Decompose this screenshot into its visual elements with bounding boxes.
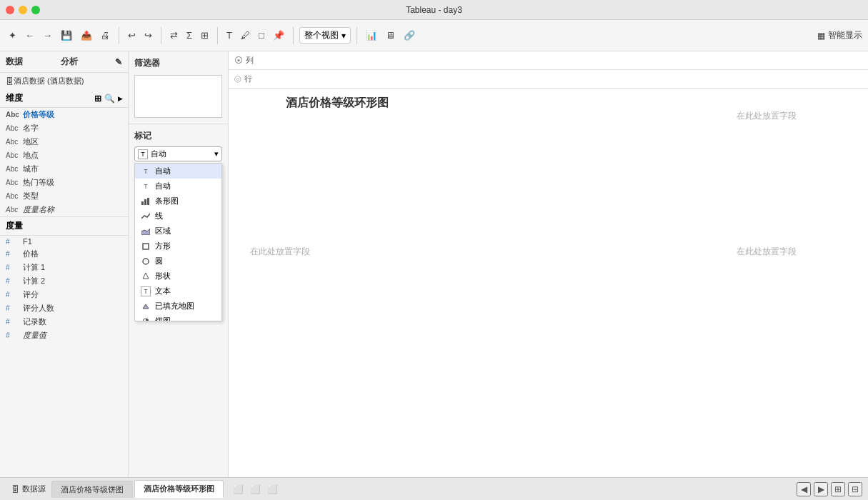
svg-rect-1 — [144, 199, 146, 205]
measure-label: 度量 — [6, 220, 23, 232]
drop-zone-right: 在此处放置字段 — [737, 246, 797, 258]
marks-label: 标记 — [131, 127, 225, 145]
dropdown-item-auto1[interactable]: T 自动 — [135, 164, 221, 179]
grid-view-icon[interactable]: ⊞ — [831, 482, 845, 496]
toolbar-device[interactable]: 🖥 — [383, 29, 398, 42]
toolbar-share[interactable]: 🔗 — [401, 29, 418, 42]
grid-icon[interactable]: ⊞ — [94, 94, 101, 104]
dropdown-item-line[interactable]: 线 — [135, 209, 221, 224]
nav-left[interactable]: ◀ — [797, 482, 811, 496]
field-name: 计算 2 — [23, 276, 45, 286]
data-source-name: 酒店数据 (酒店数据) — [14, 76, 84, 86]
field-type-icon: # — [6, 331, 20, 339]
toolbar-back[interactable]: ← — [22, 29, 37, 42]
dropdown-item-area[interactable]: 区域 — [135, 224, 221, 239]
toolbar-forward[interactable]: → — [40, 29, 55, 42]
filter-label: 筛选器 — [131, 54, 225, 72]
field-region[interactable]: Abc 地区 — [0, 135, 128, 149]
field-type-icon: # — [6, 291, 20, 299]
field-type-icon: Abc — [6, 111, 20, 119]
minimize-button[interactable] — [19, 6, 27, 14]
more-icon[interactable]: ▸ — [118, 94, 122, 104]
toolbar-undo[interactable]: ↩ — [125, 29, 139, 42]
measure-calc2[interactable]: # 计算 2 — [0, 274, 128, 288]
field-name: 热门等级 — [23, 177, 54, 188]
measure-price[interactable]: # 价格 — [0, 247, 128, 261]
tab-pie[interactable]: 酒店价格等级饼图 — [51, 481, 133, 498]
toolbar-export[interactable]: 📤 — [78, 29, 95, 42]
search-icon[interactable]: 🔍 — [104, 94, 115, 104]
dropdown-item-circle[interactable]: 圆 — [135, 254, 221, 269]
sep4 — [293, 27, 294, 44]
field-type-item[interactable]: Abc 类型 — [0, 189, 128, 203]
right-panel: ⦿ 列 ⦾ 行 酒店价格等级环形图 在此处放置字段 在此处放置字段 在此处放置字… — [229, 51, 868, 477]
bottom-bar: 🗄 数据源 酒店价格等级饼图 酒店价格等级环形图 ⬜ ⬜ ⬜ ◀ ▶ ⊞ ⊟ — [0, 477, 868, 500]
toolbar-label[interactable]: T — [224, 29, 235, 42]
toolbar-save[interactable]: 💾 — [58, 29, 75, 42]
field-location[interactable]: Abc 地点 — [0, 149, 128, 162]
dropdown-item-label: 方形 — [155, 241, 171, 251]
pie-icon — [141, 316, 151, 321]
toolbar-tooltip[interactable]: □ — [256, 29, 267, 42]
drop-zone-top: 在此处放置字段 — [737, 110, 797, 122]
marks-type-dropdown[interactable]: T 自动 ▾ — [134, 146, 222, 161]
dropdown-item-square[interactable]: 方形 — [135, 239, 221, 254]
data-label: 数据 — [6, 56, 23, 68]
tab-donut[interactable]: 酒店价格等级环形图 — [134, 480, 224, 498]
close-button[interactable] — [6, 6, 14, 14]
tab-action-1[interactable]: ⬜ — [231, 482, 245, 496]
toolbar-chart[interactable]: 📊 — [363, 29, 380, 42]
dropdown-item-shape[interactable]: 形状 — [135, 269, 221, 284]
tab-action-2[interactable]: ⬜ — [248, 482, 262, 496]
measure-calc1[interactable]: # 计算 1 — [0, 261, 128, 274]
toolbar-print[interactable]: 🖨 — [98, 29, 113, 42]
data-source-tab[interactable]: 🗄 数据源 — [6, 481, 51, 497]
sep3 — [217, 27, 218, 44]
sep1 — [119, 27, 119, 44]
dropdown-item-label: 条形图 — [155, 196, 179, 206]
tab-action-3[interactable]: ⬜ — [265, 482, 279, 496]
toolbar-redo[interactable]: ↪ — [141, 29, 155, 42]
dropdown-item-text[interactable]: T 文本 — [135, 284, 221, 299]
measure-record-count[interactable]: # 记录数 — [0, 315, 128, 329]
field-measure-name[interactable]: Abc 度量名称 — [0, 203, 128, 216]
edit-icon[interactable]: ✎ — [115, 57, 122, 67]
dimensions-label: 维度 — [6, 92, 23, 104]
toolbar-group[interactable]: ⊞ — [198, 29, 211, 42]
dropdown-item-auto2[interactable]: T 自动 — [135, 179, 221, 194]
field-name-item[interactable]: Abc 名字 — [0, 121, 128, 135]
field-name: 城市 — [23, 164, 39, 174]
maximize-button[interactable] — [31, 6, 40, 14]
view-selector-label: 整个视图 — [304, 29, 339, 41]
field-type-icon: Abc — [6, 165, 20, 173]
dropdown-item-map[interactable]: 已填充地图 — [135, 299, 221, 314]
field-price-level[interactable]: Abc 价格等级 — [0, 108, 128, 121]
fit-icon[interactable]: ⊟ — [848, 482, 862, 496]
toolbar-swap[interactable]: ⇄ — [167, 29, 181, 42]
nav-right[interactable]: ▶ — [814, 482, 828, 496]
toolbar-new[interactable]: ✦ — [6, 29, 19, 42]
field-hot-level[interactable]: Abc 热门等级 — [0, 176, 128, 189]
measure-value[interactable]: # 度量值 — [0, 329, 128, 342]
data-source-item[interactable]: 🗄 酒店数据 (酒店数据) — [0, 73, 128, 89]
view-selector[interactable]: 整个视图 ▾ — [299, 27, 351, 44]
toolbar-pin[interactable]: 📌 — [270, 29, 287, 42]
field-type-icon: # — [6, 304, 20, 312]
shape-icon — [141, 271, 151, 281]
field-city[interactable]: Abc 城市 — [0, 162, 128, 176]
field-type-icon: # — [6, 238, 20, 246]
dropdown-item-pie[interactable]: 饼图 — [135, 314, 221, 321]
field-name: 名字 — [23, 123, 39, 134]
dropdown-item-label: 饼图 — [155, 316, 171, 321]
dropdown-item-bar[interactable]: 条形图 — [135, 194, 221, 209]
auto-icon: T — [141, 166, 151, 176]
field-name: 地点 — [23, 150, 39, 161]
dropdown-scroll: T 自动 T 自动 条形图 — [135, 164, 221, 321]
measure-f1[interactable]: # F1 — [0, 236, 128, 247]
measure-rating[interactable]: # 评分 — [0, 288, 128, 301]
toolbar-agg[interactable]: Σ — [184, 29, 195, 42]
measure-rating-count[interactable]: # 评分人数 — [0, 301, 128, 315]
marks-type-icon: T — [138, 149, 148, 159]
dropdown-item-label: 圆 — [155, 256, 163, 266]
toolbar-annotate[interactable]: 🖊 — [238, 29, 253, 42]
